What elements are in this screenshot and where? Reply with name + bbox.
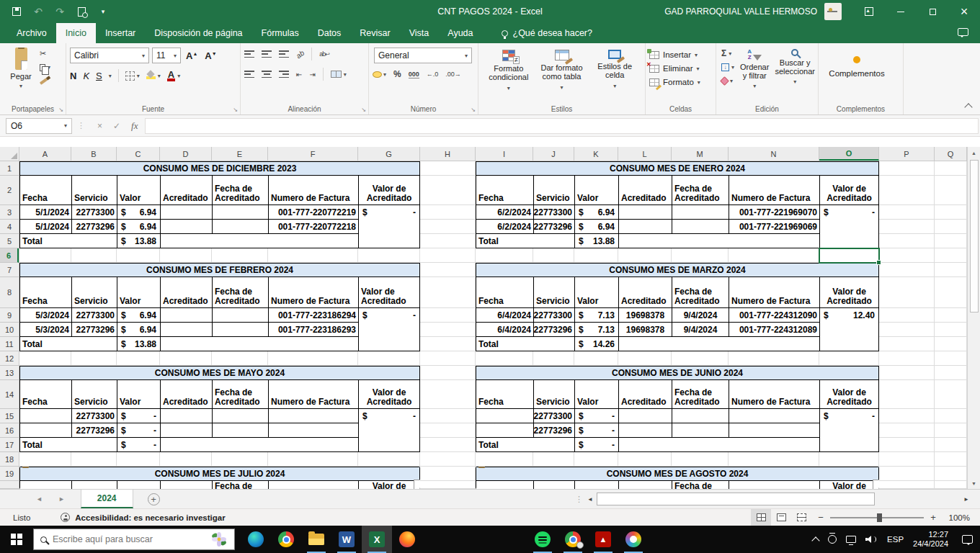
select-all-corner[interactable] (0, 147, 19, 161)
column-header-Q[interactable]: Q (935, 147, 967, 161)
accounting-format-button[interactable]: ▾ (373, 71, 386, 78)
cell-factura[interactable]: 001-777-220772218 (269, 220, 359, 234)
vertical-scrollbar[interactable]: ▲ ▼ (967, 147, 980, 489)
total-gap[interactable] (161, 337, 359, 351)
account-name[interactable]: GAD PARROQUIAL VALLE HERMOSO (664, 6, 817, 17)
total-valor[interactable]: $- (117, 438, 161, 452)
total-gap[interactable] (619, 234, 820, 248)
bold-button[interactable]: N (70, 71, 76, 81)
header-fecha[interactable] (476, 481, 534, 489)
cell-valor-acreditado[interactable]: $- (359, 409, 420, 452)
header-valor-acreditado[interactable]: Valor de Acreditado (359, 380, 420, 409)
taskbar-chrome-profile[interactable] (558, 526, 588, 553)
header-fecha[interactable]: Fecha (476, 380, 534, 409)
header-acreditado[interactable] (161, 481, 213, 489)
taskbar-edge[interactable] (241, 526, 271, 553)
format-cells-button[interactable]: Formato▾ (649, 78, 712, 86)
header-acreditado[interactable]: Acreditado (161, 277, 213, 308)
name-box[interactable]: O6▾ (6, 118, 72, 134)
tab-splitter[interactable]: ⋮ (575, 495, 583, 504)
column-header-N[interactable]: N (729, 147, 819, 161)
row-header-10[interactable]: 10 (0, 323, 19, 337)
italic-button[interactable]: K (83, 71, 89, 81)
cell-acreditado[interactable] (161, 423, 213, 438)
cell-servicio[interactable]: 22773300 (72, 205, 117, 220)
cell-valor[interactable]: $- (117, 409, 161, 423)
copy-button[interactable]: ▾ (40, 63, 50, 72)
row-header-7[interactable]: 7 (0, 263, 19, 277)
number-format-select[interactable]: General▾ (374, 48, 472, 63)
header-fecha-acreditado[interactable]: Fecha de Acreditado (672, 380, 729, 409)
cell-factura[interactable]: 001-777-221969070 (729, 205, 820, 220)
table-title[interactable]: CONSUMO MES DE DICIEMBRE 2023 (19, 161, 420, 176)
cell-fecha-acreditado[interactable] (213, 323, 269, 337)
table-title[interactable]: CONSUMO MES DE JULIO 2024 (19, 467, 420, 481)
row-header-12[interactable]: 12 (0, 351, 19, 366)
tab-datos[interactable]: Datos (308, 23, 351, 43)
total-valor[interactable]: $13.88 (117, 337, 161, 351)
header-valor[interactable]: Valor (575, 380, 619, 409)
cell-styles-button[interactable]: Estilos de celda ▾ (588, 48, 641, 93)
total-label[interactable]: Total (476, 438, 575, 452)
decrease-decimal-button[interactable]: .00→ (445, 71, 461, 78)
cell-fecha[interactable]: 6/4/2024 (476, 308, 534, 323)
cell-valor[interactable]: $6.94 (117, 323, 161, 337)
cell-factura[interactable]: 001-777-223186293 (269, 323, 359, 337)
align-top-button[interactable] (244, 50, 254, 58)
cell-factura[interactable] (729, 423, 820, 438)
tab-revisar[interactable]: Revisar (350, 23, 399, 43)
delete-cells-button[interactable]: Eliminar▾ (649, 64, 712, 73)
format-painter-button[interactable] (40, 76, 50, 86)
cell-valor-acreditado[interactable]: $12.40 (820, 308, 879, 351)
taskbar-word[interactable]: W (331, 526, 362, 553)
fill-button[interactable]: ↓▾ (721, 62, 734, 72)
horizontal-scrollbar[interactable]: ◄ ► (585, 493, 971, 505)
table-title[interactable]: CONSUMO MES DE ENERO 2024 (476, 161, 879, 176)
comma-style-button[interactable]: 000 (409, 71, 419, 78)
cell-fecha[interactable] (476, 423, 534, 438)
save-icon[interactable] (12, 7, 22, 16)
normal-view-button[interactable] (751, 509, 771, 526)
wrap-text-button[interactable]: ab↩ (319, 50, 329, 58)
header-fecha[interactable]: Fecha (476, 277, 534, 308)
sheet-tab-2024[interactable]: 2024 (81, 490, 133, 508)
header-valor-acreditado[interactable]: Valor de Acreditado (820, 481, 879, 489)
cell-valor-acreditado[interactable]: $- (359, 205, 420, 248)
cell-factura[interactable]: 001-777-223186294 (269, 308, 359, 323)
tab-disposicion[interactable]: Disposición de página (145, 23, 251, 43)
header-numero-factura[interactable]: Numero de Factura (729, 380, 820, 409)
network-icon[interactable] (846, 536, 856, 543)
cell-valor-acreditado[interactable]: $- (820, 409, 879, 452)
tab-insertar[interactable]: Insertar (96, 23, 145, 43)
dialog-launcher-icon[interactable]: ↘ (233, 107, 238, 113)
scroll-right-icon[interactable]: ► (961, 496, 971, 503)
header-valor[interactable]: Valor (117, 277, 161, 308)
redo-icon[interactable]: ↷ (55, 6, 65, 17)
cell-acreditado[interactable] (161, 308, 213, 323)
separator-dots[interactable]: ⋮ (77, 121, 85, 130)
undo-icon[interactable]: ↶ (33, 6, 43, 17)
header-fecha[interactable] (20, 481, 72, 489)
language-indicator[interactable]: ESP (887, 535, 904, 544)
cell-acreditado[interactable]: 19698378 (619, 308, 672, 323)
font-color-button[interactable]: A▾ (167, 71, 180, 81)
font-size-select[interactable]: 11▾ (152, 48, 181, 63)
avatar[interactable] (824, 3, 842, 20)
header-valor[interactable] (575, 481, 619, 489)
header-valor[interactable] (117, 481, 161, 489)
header-acreditado[interactable]: Acreditado (161, 176, 213, 205)
header-numero-factura[interactable]: Numero de Factura (269, 176, 359, 205)
insert-function-icon[interactable]: fx (131, 120, 138, 132)
fill-color-button[interactable]: ▾ (146, 72, 161, 79)
row-header-6[interactable]: 6 (0, 248, 19, 263)
row-header-part[interactable] (0, 481, 19, 489)
cell-valor[interactable]: $- (117, 423, 161, 438)
header-acreditado[interactable] (619, 481, 672, 489)
row-header-17[interactable]: 17 (0, 438, 19, 452)
cell-fecha[interactable]: 6/4/2024 (476, 323, 534, 337)
column-header-K[interactable]: K (574, 147, 618, 161)
total-gap[interactable] (161, 438, 359, 452)
vertical-scroll-thumb[interactable] (970, 160, 979, 313)
column-header-D[interactable]: D (160, 147, 212, 161)
header-servicio[interactable]: Servicio (72, 380, 117, 409)
